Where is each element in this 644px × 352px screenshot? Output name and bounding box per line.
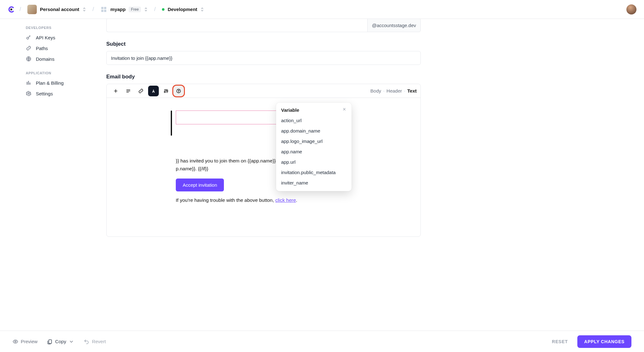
- svg-rect-9: [30, 82, 30, 85]
- from-row: @accountsstage.dev: [106, 19, 421, 32]
- sidebar-item-api-keys[interactable]: API Keys: [13, 32, 88, 43]
- variable-option[interactable]: action_url: [276, 115, 352, 126]
- clipboard-icon: [47, 339, 53, 344]
- selector-icon: [144, 7, 148, 12]
- selection-handle[interactable]: [171, 111, 172, 136]
- avatar-thumbnail: [27, 5, 37, 14]
- trouble-suffix: .: [296, 197, 297, 203]
- revert-label: Revert: [92, 339, 106, 344]
- variable-option[interactable]: app.name: [276, 146, 352, 157]
- sidebar-item-label: Plan & Billing: [36, 80, 64, 86]
- sidebar-item-domains[interactable]: Domains: [13, 54, 88, 64]
- preview-button[interactable]: Preview: [13, 339, 37, 344]
- svg-point-15: [179, 92, 179, 92]
- svg-rect-7: [27, 82, 27, 85]
- editor-canvas[interactable]: }} has invited you to join them on {{app…: [107, 98, 420, 236]
- environment-name: Development: [168, 7, 197, 12]
- account-switcher[interactable]: Personal account: [25, 3, 88, 15]
- toolbar-variable-button[interactable]: [173, 86, 184, 96]
- environment-switcher[interactable]: Development: [160, 5, 206, 13]
- breadcrumb-separator: /: [19, 6, 21, 13]
- copy-button[interactable]: Copy: [47, 339, 74, 344]
- gear-icon: [26, 91, 31, 96]
- toolbar-lines-button[interactable]: [123, 86, 134, 96]
- svg-point-10: [28, 93, 30, 94]
- trouble-text: If you're having trouble with the above …: [176, 197, 405, 203]
- editor-path-breadcrumb: Body - Header - Text: [370, 88, 417, 94]
- sliders-icon: [163, 88, 169, 94]
- letter-a-icon: [151, 88, 156, 94]
- subject-label: Subject: [106, 41, 421, 47]
- sidebar-item-label: Paths: [36, 46, 48, 51]
- variable-option[interactable]: app.url: [276, 157, 352, 167]
- copy-label: Copy: [55, 339, 66, 344]
- sidebar-item-label: Settings: [36, 91, 53, 96]
- env-status-dot-icon: [162, 8, 164, 11]
- path-header[interactable]: Header: [386, 88, 402, 94]
- plan-badge: Free: [129, 7, 141, 12]
- footer-bar: Preview Copy Revert RESET APPLY CHANGES: [0, 331, 644, 352]
- toolbar-add-button[interactable]: [110, 86, 121, 96]
- path-text[interactable]: Text: [407, 88, 417, 94]
- breadcrumb-separator: /: [92, 6, 94, 13]
- plus-icon: [113, 88, 119, 94]
- popover-title: Variable: [281, 107, 299, 113]
- sidebar-item-label: Domains: [36, 56, 54, 62]
- apply-changes-button[interactable]: APPLY CHANGES: [577, 335, 631, 348]
- sidebar: DEVELOPERS API Keys Paths Domains APP: [0, 19, 88, 331]
- topbar: / Personal account / myapp Free / Develo…: [0, 0, 644, 19]
- sidebar-item-settings[interactable]: Settings: [13, 88, 88, 99]
- account-name: Personal account: [40, 7, 79, 12]
- editor-toolbar: Body - Header - Text: [107, 84, 420, 98]
- eye-icon: [13, 339, 18, 344]
- app-name: myapp: [110, 7, 125, 12]
- selector-icon: [82, 7, 86, 12]
- breadcrumb-separator: /: [154, 6, 156, 13]
- trouble-link[interactable]: click here: [275, 197, 296, 203]
- chevron-down-icon: [69, 339, 74, 344]
- app-grid-icon: [100, 6, 107, 13]
- revert-button[interactable]: Revert: [84, 339, 106, 344]
- popover-close-button[interactable]: [342, 107, 347, 113]
- reset-button[interactable]: RESET: [552, 339, 568, 344]
- app-switcher[interactable]: myapp Free: [98, 5, 150, 14]
- selector-icon: [200, 7, 204, 12]
- accept-invitation-button[interactable]: Accept invitation: [176, 179, 224, 191]
- variable-popover: Variable action_url app.domain_name app.…: [276, 103, 352, 191]
- email-body-editor: Body - Header - Text }} has invited you …: [106, 84, 421, 237]
- close-icon: [342, 107, 347, 111]
- variable-option[interactable]: app.domain_name: [276, 126, 352, 136]
- user-avatar-menu[interactable]: [626, 4, 636, 14]
- svg-rect-2: [104, 7, 106, 9]
- svg-point-11: [164, 91, 165, 92]
- link-icon: [26, 45, 31, 51]
- variable-option[interactable]: invitation.public_metadata: [276, 167, 352, 178]
- subject-input[interactable]: [106, 51, 421, 65]
- variable-option[interactable]: inviter_name: [276, 178, 352, 188]
- sidebar-section-developers: DEVELOPERS: [13, 19, 88, 32]
- sidebar-item-plan-billing[interactable]: Plan & Billing: [13, 77, 88, 88]
- path-body[interactable]: Body: [370, 88, 381, 94]
- brand-logo: [8, 6, 15, 13]
- lines-icon: [125, 88, 131, 94]
- toolbar-text-style-button[interactable]: [148, 86, 159, 96]
- from-domain-suffix: @accountsstage.dev: [367, 19, 421, 32]
- svg-point-12: [166, 89, 167, 90]
- from-local-input[interactable]: [106, 19, 367, 32]
- toolbar-adjust-button[interactable]: [161, 86, 171, 96]
- toolbar-link-button[interactable]: [136, 86, 146, 96]
- svg-rect-3: [101, 10, 103, 12]
- trouble-prefix: If you're having trouble with the above …: [176, 197, 275, 203]
- svg-point-5: [27, 37, 29, 39]
- link-icon: [138, 88, 144, 94]
- bars-icon: [26, 80, 31, 86]
- svg-rect-8: [28, 81, 29, 85]
- sidebar-section-application: APPLICATION: [13, 64, 88, 77]
- main-content: @accountsstage.dev Subject Email body: [88, 19, 644, 331]
- svg-rect-4: [104, 10, 106, 12]
- preview-label: Preview: [21, 339, 37, 344]
- key-icon: [26, 35, 31, 40]
- variable-option[interactable]: app.logo_image_url: [276, 136, 352, 146]
- svg-rect-1: [101, 7, 103, 9]
- sidebar-item-paths[interactable]: Paths: [13, 43, 88, 54]
